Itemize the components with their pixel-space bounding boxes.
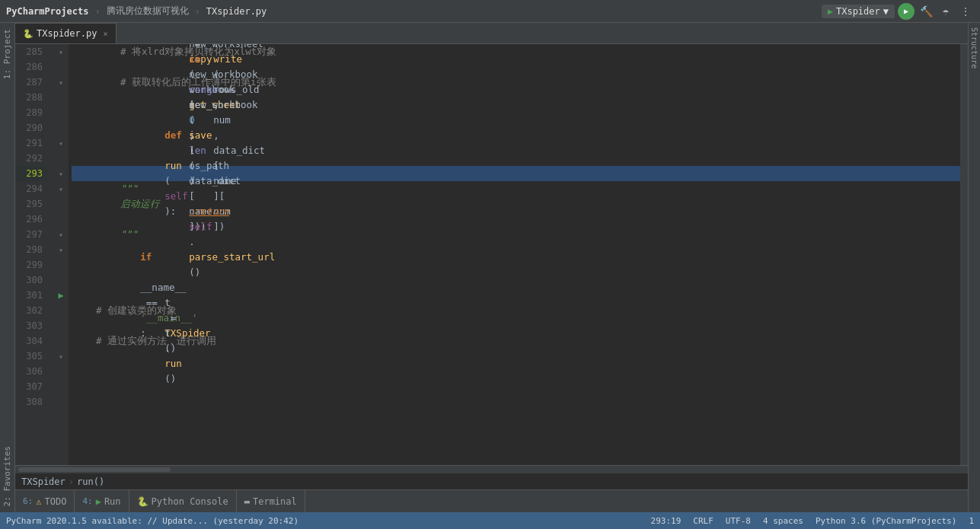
bottom-tab-terminal[interactable]: ▬ Terminal [237,490,305,512]
gutter-287: ▾ [53,75,69,90]
statusbar-position[interactable]: 293:19 [651,516,682,526]
sep1: › [94,6,100,17]
file-label: TXspider.py [206,6,267,17]
gutter-288 [53,90,69,105]
run-config-name: TXspider [836,6,880,17]
line-num-289: 289 [15,105,47,120]
sidebar-item-project[interactable]: 1: Project [0,23,14,85]
gutter-302 [53,303,69,318]
line-num-286: 286 [15,59,47,75]
gutter-308 [53,394,69,409]
build-button[interactable]: 🔨 [918,3,934,20]
tab-python-icon: 🐍 [23,29,34,39]
code-line-307 [72,379,960,394]
gutter-285: ▾ [53,44,69,59]
editor-tab-txspider[interactable]: 🐍 TXspider.py × [15,23,117,43]
bottom-tab-run[interactable]: 4: ▶ Run [75,490,129,512]
line-numbers: 285 286 287 288 289 290 291 292 293 294 … [15,44,53,465]
line-num-305: 305 [15,349,47,364]
titlebar-actions: ▶ TXspider ▼ ▶ 🔨 ☂ ⋮ [822,3,974,20]
todo-icon: ⚠ [36,496,41,507]
more-button[interactable]: ⋮ [957,3,974,20]
bottom-panel: 6: ⚠ TODO 4: ▶ Run 🐍 Python Console ▬ Te… [15,489,968,512]
left-gutter: ▾ ▾ ▾ ▾ ▾ ▾ ▾ ▶ ▾ [53,44,69,465]
statusbar-encoding[interactable]: UTF-8 [726,516,751,526]
statusbar-line-ending[interactable]: CRLF [693,516,713,526]
vertical-scrollbar[interactable] [960,44,968,465]
editor-tabs-bar: 🐍 TXspider.py × [15,23,968,44]
run-config-selector[interactable]: ▶ TXspider ▼ [822,5,895,18]
code-line-291: new_workbook . save ( os_path ) [72,135,960,151]
statusbar: PyCharm 2020.1.5 available: // Update...… [0,512,980,529]
line-num-296: 296 [15,212,47,227]
code-content[interactable]: # 将xlrd对象拷贝转化为xlwt对象 new_workbook = copy… [69,44,960,465]
titlebar: PyCharmProjects › 腾讯房位数据可视化 › TXspider.p… [0,0,980,23]
gutter-305: ▾ [53,349,69,364]
gutter-307 [53,379,69,394]
statusbar-indent[interactable]: 4 spaces [763,516,803,526]
sidebar-item-favorites[interactable]: 2: Favorites [0,440,14,512]
bottom-tab-python-console[interactable]: 🐍 Python Console [129,490,237,512]
run-config-icon: ▶ [828,6,833,17]
gutter-296 [53,212,69,227]
gutter-286 [53,59,69,75]
code-line-303: t = TXSpider () [72,318,960,333]
horizontal-scrollbar[interactable] [15,465,968,473]
line-num-285: 285 [15,44,47,59]
line-num-308: 308 [15,394,47,409]
main-area: 1: Project 2: Favorites 🐍 TXspider.py × … [0,23,980,512]
scrollbar-thumb[interactable] [18,467,171,472]
run-label: Run [104,496,121,507]
line-num-297: 297 [15,227,47,242]
gutter-297: ▾ [53,227,69,242]
line-num-295: 295 [15,196,47,212]
statusbar-right-num: 1 [969,516,974,526]
project-label[interactable]: PyCharmProjects [6,6,88,17]
code-line-308 [72,394,960,409]
coverage-button[interactable]: ☂ [937,3,954,20]
breadcrumb-separator: › [69,476,74,487]
bottom-tabs: 6: ⚠ TODO 4: ▶ Run 🐍 Python Console ▬ Te… [15,490,305,512]
breadcrumb-class[interactable]: TXSpider [21,476,65,487]
line-num-300: 300 [15,272,47,288]
gutter-290 [53,120,69,135]
terminal-icon: ▬ [244,496,250,507]
sidebar-item-structure[interactable]: Structure [969,23,980,73]
gutter-304 [53,333,69,349]
code-line-298: self . parse_start_url () [72,242,960,257]
bottom-tab-todo[interactable]: 6: ⚠ TODO [15,490,75,512]
line-num-303: 303 [15,318,47,333]
line-num-287: 287 [15,75,47,90]
todo-num: 6: [23,496,33,506]
gutter-299 [53,257,69,272]
statusbar-message: PyCharm 2020.1.5 available: // Update...… [6,516,651,526]
line-num-288: 288 [15,90,47,105]
todo-label: TODO [44,496,66,507]
run-icon: ▶ [96,496,101,507]
gutter-300 [53,272,69,288]
statusbar-python-version[interactable]: Python 3.6 (PyCharmProjects) [816,516,956,526]
code-line-304: # 通过实例方法，进行调用 [72,333,960,349]
tab-label: TXspider.py [37,28,97,39]
code-editor[interactable]: 285 286 287 288 289 290 291 292 293 294 … [15,44,968,465]
tab-close-button[interactable]: × [103,30,107,38]
terminal-label: Terminal [253,496,297,507]
python-console-label: Python Console [152,496,228,507]
gutter-294: ▾ [53,181,69,196]
line-num-294: 294 [15,181,47,196]
gutter-301: ▶ [53,288,69,303]
right-panel: Structure [968,23,980,512]
line-num-306: 306 [15,364,47,379]
line-num-298: 298 [15,242,47,257]
line-num-292: 292 [15,151,47,166]
run-num: 4: [82,496,92,506]
breadcrumb-method[interactable]: run() [77,476,104,487]
gutter-293: ▾ [53,166,69,181]
statusbar-update-text[interactable]: PyCharm 2020.1.5 available: // Update...… [6,516,298,526]
line-num-293: 293 [15,166,47,181]
line-num-302: 302 [15,303,47,318]
line-num-301: 301 [15,288,47,303]
gutter-291: ▾ [53,135,69,151]
titlebar-breadcrumb: PyCharmProjects › 腾讯房位数据可视化 › TXspider.p… [6,5,267,18]
run-button[interactable]: ▶ [898,3,915,20]
